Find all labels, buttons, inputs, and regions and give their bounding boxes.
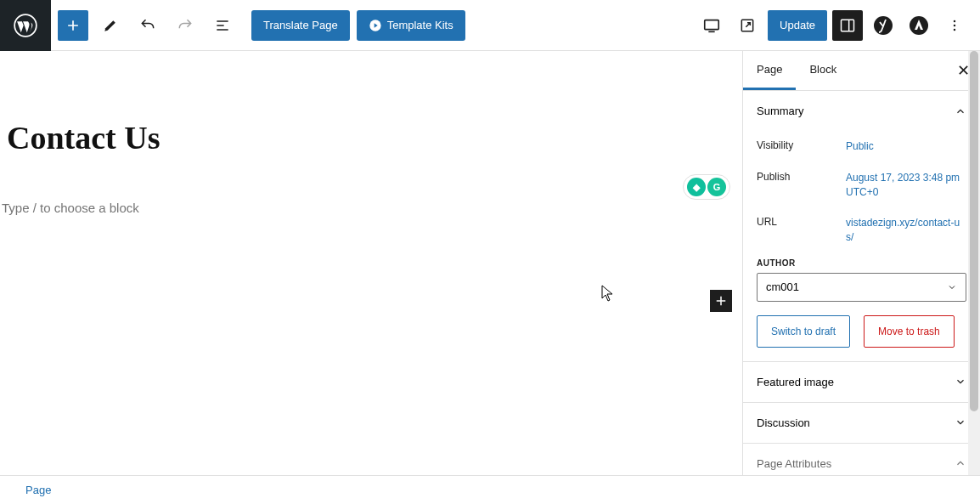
featured-image-panel: Featured image <box>743 362 980 403</box>
svg-rect-4 <box>842 20 854 31</box>
update-button[interactable]: Update <box>768 10 827 41</box>
discussion-title: Discussion <box>757 416 810 429</box>
translate-page-button[interactable]: Translate Page <box>251 10 350 41</box>
block-placeholder[interactable]: Type / to choose a block <box>0 156 742 215</box>
visibility-row: Visibility Public <box>757 131 966 162</box>
svg-point-9 <box>954 28 956 31</box>
undo-button[interactable] <box>132 10 163 41</box>
chevron-up-icon <box>955 457 966 469</box>
author-value: cm001 <box>766 280 799 293</box>
chevron-down-icon <box>947 282 957 292</box>
toolbar-tools <box>51 10 245 41</box>
document-overview-button[interactable] <box>207 10 238 41</box>
topbar-left: Translate Page Template Kits <box>0 0 472 50</box>
editor-area: Contact Us Type / to choose a block ◆ G <box>0 51 742 475</box>
visibility-value[interactable]: Public <box>846 139 966 154</box>
more-options-button[interactable] <box>939 10 970 41</box>
template-kits-label: Template Kits <box>387 19 453 31</box>
url-label: URL <box>757 216 846 245</box>
url-value[interactable]: vistadezign.xyz/contact-us/ <box>846 216 966 245</box>
toolbar-actions: Translate Page Template Kits <box>245 10 472 41</box>
author-label: AUTHOR <box>757 253 966 273</box>
grammarly-icon: G <box>707 178 726 196</box>
scrollbar[interactable] <box>968 51 980 475</box>
page-attributes-title: Page Attributes <box>757 457 831 470</box>
publish-value[interactable]: August 17, 2023 3:48 pm UTC+0 <box>846 171 966 200</box>
discussion-panel: Discussion <box>743 403 980 444</box>
summary-actions: Switch to draft Move to trash <box>757 302 966 348</box>
add-block-button[interactable] <box>58 10 88 41</box>
summary-title: Summary <box>757 105 804 117</box>
sidebar-tabs: Page Block ✕ <box>743 51 980 91</box>
summary-panel: Summary Visibility Public Publish August… <box>743 91 980 362</box>
svg-rect-2 <box>705 20 719 29</box>
publish-row: Publish August 17, 2023 3:48 pm UTC+0 <box>757 162 966 208</box>
astra-icon[interactable] <box>904 10 934 41</box>
breadcrumb-page[interactable]: Page <box>25 484 51 496</box>
preview-external-button[interactable] <box>732 10 763 41</box>
featured-image-header[interactable]: Featured image <box>743 362 980 402</box>
page-attributes-header[interactable]: Page Attributes <box>743 444 980 475</box>
page-attributes-panel: Page Attributes <box>743 444 980 475</box>
chevron-down-icon <box>955 416 966 428</box>
tab-page[interactable]: Page <box>743 51 796 90</box>
featured-image-title: Featured image <box>757 376 834 388</box>
publish-label: Publish <box>757 171 846 200</box>
chevron-down-icon <box>955 376 966 388</box>
desktop-view-button[interactable] <box>696 10 727 41</box>
summary-body: Visibility Public Publish August 17, 202… <box>743 131 980 361</box>
redo-button[interactable] <box>170 10 200 41</box>
tab-block[interactable]: Block <box>796 51 850 90</box>
summary-header[interactable]: Summary <box>743 91 980 131</box>
translate-label: Translate Page <box>263 19 338 31</box>
edit-tool-button[interactable] <box>95 10 126 41</box>
move-to-trash-button[interactable]: Move to trash <box>864 315 955 348</box>
main: Contact Us Type / to choose a block ◆ G … <box>0 51 980 475</box>
yoast-icon[interactable] <box>868 10 898 41</box>
add-block-inline-button[interactable] <box>710 290 732 312</box>
settings-sidebar: Page Block ✕ Summary Visibility Public P… <box>742 51 980 475</box>
discussion-header[interactable]: Discussion <box>743 403 980 443</box>
shield-icon: ◆ <box>687 178 706 196</box>
svg-point-8 <box>954 24 956 26</box>
mouse-cursor-icon <box>601 285 615 302</box>
update-label: Update <box>780 19 815 31</box>
footer-breadcrumb: Page <box>0 475 980 504</box>
topbar: Translate Page Template Kits Update <box>0 0 980 51</box>
wordpress-logo[interactable] <box>0 0 51 51</box>
visibility-label: Visibility <box>757 139 846 154</box>
switch-to-draft-button[interactable]: Switch to draft <box>757 315 850 348</box>
page-title[interactable]: Contact Us <box>0 51 742 156</box>
author-select[interactable]: cm001 <box>757 273 966 302</box>
template-kits-button[interactable]: Template Kits <box>357 10 465 41</box>
scrollbar-thumb[interactable] <box>970 51 978 411</box>
settings-panel-toggle[interactable] <box>832 10 863 41</box>
chevron-up-icon <box>955 105 966 117</box>
url-row: URL vistadezign.xyz/contact-us/ <box>757 207 966 253</box>
grammarly-widget[interactable]: ◆ G <box>683 174 730 200</box>
topbar-right: Update <box>696 10 980 41</box>
svg-point-7 <box>954 20 956 22</box>
